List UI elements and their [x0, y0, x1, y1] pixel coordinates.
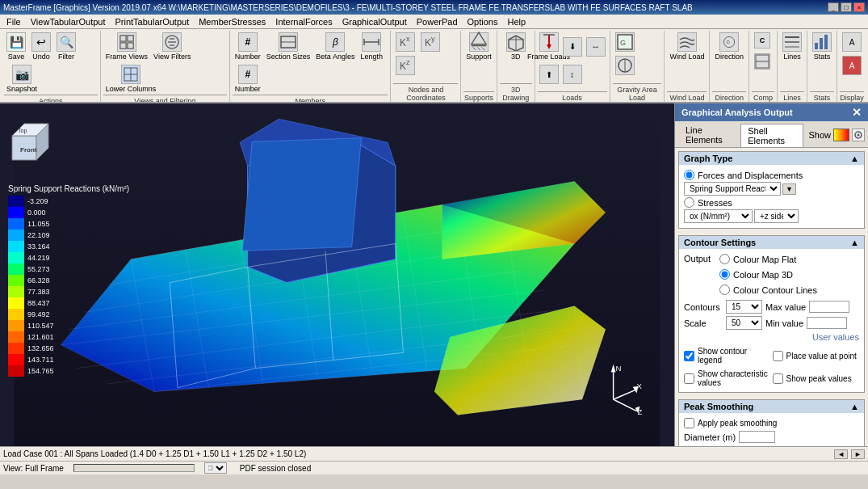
support-label: Support	[466, 53, 492, 61]
3ddrawing-section-label: 3D Drawing	[500, 83, 532, 102]
length-icon	[362, 32, 381, 52]
pdf-status: PDF session closed	[240, 464, 311, 473]
filter-button[interactable]: 🔍 Filter	[54, 31, 78, 62]
load-extra2[interactable]: ↔	[585, 36, 607, 58]
peak-smoothing-section: Peak Smoothing ▲ Apply peak smoothing Di…	[678, 399, 865, 446]
lower-columns-button[interactable]: Lower Columns	[103, 63, 159, 95]
nav-cube[interactable]: Front Top	[8, 112, 65, 168]
panel-close-icon[interactable]: ✕	[852, 106, 862, 119]
contour-collapse[interactable]: ▲	[850, 238, 859, 247]
gravity2-button[interactable]	[613, 54, 637, 77]
support-button[interactable]: Support	[463, 31, 494, 62]
comp-extra-icon	[754, 53, 770, 70]
stats-button[interactable]: Stats	[810, 31, 834, 62]
menu-help[interactable]: Help	[502, 15, 530, 28]
tab-line-elements[interactable]: Line Elements	[678, 123, 739, 147]
place-value-checkbox[interactable]	[773, 351, 783, 361]
menu-options[interactable]: Options	[463, 15, 503, 28]
diameter-input[interactable]	[739, 431, 775, 443]
minimize-button[interactable]: _	[828, 2, 839, 12]
output-label: Output	[684, 252, 715, 263]
comp-extra[interactable]	[752, 52, 774, 71]
peak-smoothing-collapse[interactable]: ▲	[850, 402, 859, 411]
display-button[interactable]: A	[840, 31, 864, 53]
toolbar-nodes: Kx Ky Kz Nodes and Coordinates	[391, 31, 461, 102]
graph-type-collapse[interactable]: ▲	[850, 154, 859, 163]
view-filters-icon	[162, 32, 182, 52]
coord-y-button[interactable]: Ky	[418, 31, 442, 53]
support-icon	[469, 32, 489, 52]
colour-map-flat-radio[interactable]	[719, 254, 730, 264]
show-char-checkbox[interactable]	[684, 373, 694, 384]
close-window-button[interactable]: ×	[853, 2, 865, 12]
spring-reaction-select[interactable]: Spring Support Reaction (k	[684, 182, 781, 196]
titlebar-title: MasterFrame [Graphics] Version 2019.07 x…	[3, 3, 693, 12]
contours-select[interactable]: 15	[726, 300, 762, 314]
gravity-button[interactable]: G	[613, 31, 637, 53]
beta-angles-button[interactable]: β Beta Angles	[313, 31, 357, 62]
wind-load-button[interactable]: Wind Load	[667, 31, 707, 62]
section-sizes-button[interactable]: Section Sizes	[264, 31, 313, 62]
right-panel: Graphical Analysis Output ✕ Line Element…	[674, 103, 868, 446]
menu-powerpad[interactable]: PowerPad	[412, 15, 463, 28]
length-button[interactable]: Length	[358, 31, 385, 62]
color-legend: Spring Support Reactions (kN/m²) -3.2090…	[8, 184, 129, 377]
snapshot-label: Snapshot	[6, 85, 37, 93]
scale-select[interactable]: 50	[726, 316, 762, 330]
undo-button[interactable]: ↩ Undo	[29, 31, 53, 62]
comp-button[interactable]: C	[752, 31, 774, 50]
save-button[interactable]: 💾 Save	[4, 31, 28, 62]
scroll-right[interactable]: ►	[851, 449, 865, 459]
show-legend-checkbox[interactable]	[684, 351, 694, 361]
legend-bar: -3.2090.00011.05522.10933.16444.21955.27…	[8, 196, 129, 377]
view-select[interactable]: □	[204, 462, 227, 474]
supports-section-label: Supports	[463, 91, 494, 102]
menu-file[interactable]: File	[2, 15, 26, 28]
show-peak-checkbox[interactable]	[773, 373, 783, 384]
direction-button[interactable]: D Direction	[712, 31, 746, 62]
coord-x-button[interactable]: Kx	[393, 31, 417, 53]
colour-contour-lines-radio[interactable]	[719, 285, 730, 295]
menu-graphical-output[interactable]: GraphicalOutput	[338, 15, 412, 28]
svg-text:D: D	[727, 40, 730, 44]
views-section-label: Views and Filtering	[103, 95, 227, 103]
load-extra3[interactable]: ⬆	[538, 63, 560, 86]
3d-icon	[506, 32, 526, 52]
section-sizes-label: Section Sizes	[266, 53, 311, 61]
display-extra[interactable]: A	[840, 54, 864, 77]
tab-shell-elements[interactable]: Shell Elements	[740, 124, 803, 147]
contour-settings-section: Contour Settings ▲ Output Colour Map Fla…	[678, 235, 865, 393]
stress-type-select[interactable]: ox (N/mm²)	[684, 209, 753, 223]
stress-side-select[interactable]: +z side	[754, 209, 799, 223]
forces-radio[interactable]	[684, 170, 694, 180]
view-filters-button[interactable]: View Filters	[151, 31, 193, 62]
menubar: File ViewTabularOutput PrintTabularOutpu…	[0, 15, 868, 29]
maximize-button[interactable]: □	[841, 2, 852, 12]
stats-icon	[812, 32, 832, 52]
menu-member-stresses[interactable]: MemberStresses	[194, 15, 270, 28]
show-peak-row: Show peak values	[773, 369, 860, 387]
colour-map-3d-radio[interactable]	[719, 269, 730, 280]
frame-views-button[interactable]: Frame Views	[103, 31, 150, 62]
lines-button[interactable]: Lines	[780, 31, 804, 62]
stresses-radio[interactable]	[684, 197, 694, 208]
3d-button[interactable]: 3D	[504, 31, 528, 62]
menu-view-tabular[interactable]: ViewTabularOutput	[26, 15, 111, 28]
viewport[interactable]: Front Top Spring Support Reactions (kN/m…	[0, 103, 674, 446]
coord-z-button[interactable]: Kz	[393, 54, 417, 77]
apply-smoothing-checkbox[interactable]	[684, 418, 694, 428]
frame-loads-button[interactable]: Frame Loads	[538, 31, 560, 62]
snapshot-button[interactable]: 📷 Snapshot	[4, 63, 40, 95]
min-value-input[interactable]	[807, 317, 847, 329]
menu-internal-forces[interactable]: InternalForces	[270, 15, 337, 28]
spring-reaction-btn[interactable]: ▼	[782, 183, 796, 195]
number2-button[interactable]: # Number	[233, 63, 263, 95]
load-extra4[interactable]: ↕	[561, 63, 584, 86]
direction-section-label: Direction	[712, 91, 746, 102]
number-button[interactable]: # Number	[233, 31, 263, 62]
load-extra1[interactable]: ⬇	[561, 36, 584, 58]
max-value-input[interactable]	[809, 301, 849, 313]
toolbar: 💾 Save ↩ Undo 🔍 Filter 📷 Snapshot Action…	[0, 29, 868, 103]
scroll-left[interactable]: ◄	[834, 449, 848, 459]
menu-print-tabular[interactable]: PrintTabularOutput	[110, 15, 194, 28]
